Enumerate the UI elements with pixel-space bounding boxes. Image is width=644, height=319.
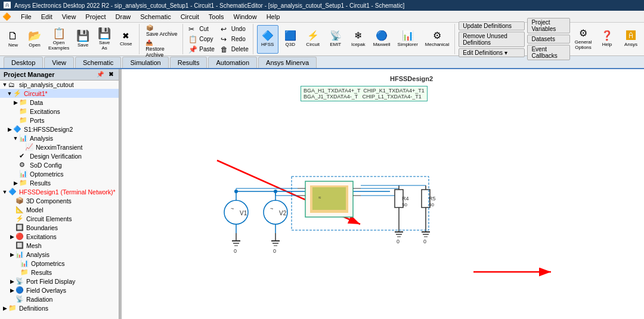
tree-circuitelements[interactable]: ⚡ Circuit Elements — [0, 214, 119, 223]
tree-nexximtransient[interactable]: 📈 NexximTransient — [0, 143, 119, 151]
update-definitions-button[interactable]: Update Definitions — [459, 21, 525, 30]
menu-draw[interactable]: Draw — [111, 12, 136, 21]
save-as-button[interactable]: 💾 SaveAs — [94, 25, 115, 54]
menu-window[interactable]: Window — [229, 12, 262, 21]
emit-button[interactable]: 📡 EMIT — [325, 25, 346, 54]
vsource-v1-wave: ~ — [231, 206, 234, 212]
tree-optometrics2[interactable]: 📊 Optometrics — [0, 259, 119, 268]
paste-button[interactable]: 📌 Paste — [187, 45, 216, 54]
tree-fieldoverlays[interactable]: ▶ 🔵 Field Overlays — [0, 286, 119, 295]
help-button[interactable]: ❓ Help — [596, 26, 618, 52]
tree-boundaries[interactable]: 🔲 Boundaries — [0, 223, 119, 232]
menu-file[interactable]: File — [16, 12, 36, 21]
tree-label-results2: Results — [31, 269, 52, 276]
tree-components3d[interactable]: 📦 3D Components — [0, 196, 119, 205]
tree-mesh[interactable]: 🔲 Mesh — [0, 241, 119, 250]
event-callbacks-button[interactable]: Event Callbacks — [527, 45, 570, 60]
q3d-button[interactable]: 🟦 Q3D — [280, 25, 301, 54]
tree-expand-circuit1: ▼ — [6, 91, 13, 97]
project-manager-panel: Project Manager 📌 ✖ ▼ 🗂 sip_analysis_cut… — [0, 69, 119, 319]
open-examples-button[interactable]: 📋 OpenExamples — [45, 25, 72, 54]
undo-button[interactable]: ↩ Undo — [219, 24, 250, 34]
tree-definitions[interactable]: ▶ 📁 Definitions — [0, 303, 119, 312]
project-variables-button[interactable]: Project Variables — [527, 18, 570, 33]
tree-results1[interactable]: ▶ 📁 Results — [0, 178, 119, 187]
tree-icon-results1: 📁 — [19, 179, 29, 187]
tree-label-mesh: Mesh — [26, 242, 42, 249]
sidebar-pin-button[interactable]: 📌 — [95, 71, 106, 78]
menu-help[interactable]: Help — [262, 12, 285, 21]
menu-tools[interactable]: Tools — [204, 12, 229, 21]
tree-hfssdesign1[interactable]: ▼ 🔷 HFSSDesign1 (Terminal Network)* — [0, 187, 119, 196]
open-button[interactable]: 📂 Open — [24, 25, 45, 54]
new-button[interactable]: 🗋 New — [2, 25, 24, 54]
circuit-button[interactable]: ⚡ Circuit — [302, 25, 324, 54]
tree-excitations2[interactable]: ▶ 🔴 Excitations — [0, 232, 119, 241]
delete-label: Delete — [231, 46, 249, 52]
schematic-canvas[interactable]: HFSSDesign2 BGA_H1_TXDATA4+_T CHIP_K1_TX… — [122, 69, 644, 319]
tab-simulation[interactable]: Simulation — [122, 57, 168, 68]
tab-ansys-minerva[interactable]: Ansys Minerva — [258, 57, 317, 68]
tree-results2[interactable]: 📁 Results — [0, 268, 119, 277]
menu-view[interactable]: View — [57, 12, 81, 21]
sidebar-close-button[interactable]: ✖ — [107, 71, 115, 78]
restore-archive-button[interactable]: 📤 Restore Archive — [143, 39, 180, 58]
simplorer-button[interactable]: 📊 Simplorer — [395, 25, 421, 54]
tree-icon-data: 📁 — [19, 98, 29, 106]
tree-designverification[interactable]: ✔ Design Verification — [0, 151, 119, 160]
tree-circuit1[interactable]: ▼ ⚡ Circuit1* — [0, 89, 119, 98]
hfss-button[interactable]: 🔷 HFSS — [257, 25, 278, 54]
tree-excitations1[interactable]: 📁 Excitations — [0, 107, 119, 116]
ansys-button[interactable]: 🅰 Ansys — [620, 26, 642, 52]
close-button[interactable]: ✖ Close — [115, 25, 137, 54]
remove-unused-defs-button[interactable]: Remove Unused Definitions — [459, 32, 525, 47]
mechanical-button[interactable]: ⚙ Mechanical — [422, 25, 452, 54]
ansys-logo-icon: 🅰 — [4, 1, 11, 10]
emit-icon: 📡 — [330, 31, 342, 41]
tab-desktop[interactable]: Desktop — [4, 57, 43, 68]
copy-button[interactable]: 📋 Copy — [187, 35, 216, 44]
delete-button[interactable]: 🗑 Delete — [219, 45, 250, 54]
main-area: Project Manager 📌 ✖ ▼ 🗂 sip_analysis_cut… — [0, 69, 644, 319]
tree-sodconfig[interactable]: ⚙ SoD Config — [0, 160, 119, 169]
datasets-button[interactable]: Datasets — [527, 35, 570, 44]
tree-analysis2[interactable]: ▶ 📊 Analysis — [0, 250, 119, 259]
save-archive-button[interactable]: 📦 Save Archive — [144, 24, 180, 38]
cut-button[interactable]: ✂ Cut — [187, 24, 216, 34]
save-button[interactable]: 💾 Save — [72, 25, 94, 54]
maxwell-button[interactable]: 🔵 Maxwell — [370, 25, 394, 54]
tab-results[interactable]: Results — [170, 57, 208, 68]
general-options-button[interactable]: ⚙ GeneralOptions — [572, 26, 594, 52]
tree-analysis1[interactable]: ▼ 📊 Analysis — [0, 134, 119, 143]
tree-portfielddisplay[interactable]: ▶ 📡 Port Field Display — [0, 277, 119, 286]
menu-schematic[interactable]: Schematic — [135, 12, 175, 21]
tree-icon-mesh: 🔲 — [16, 241, 25, 249]
tree-label-analysis1: Analysis — [30, 135, 53, 142]
menu-circuit[interactable]: Circuit — [176, 12, 204, 21]
tree-s1hfss[interactable]: ▶ 🔷 S1:HFSSDesign2 — [0, 125, 119, 134]
icepak-button[interactable]: ❄ Icepak — [348, 25, 369, 54]
save-label: Save — [78, 42, 88, 48]
tree-ports[interactable]: 📁 Ports — [0, 116, 119, 125]
tree-sip-root[interactable]: ▼ 🗂 sip_analysis_cutout — [0, 80, 119, 89]
menu-project[interactable]: Project — [80, 12, 110, 21]
edit-definitions-button[interactable]: Edit Definitions ▾ — [459, 48, 525, 57]
tree-radiation[interactable]: 📡 Radiation — [0, 295, 119, 303]
save-as-icon: 💾 — [98, 28, 111, 39]
tree-model[interactable]: 📐 Model — [0, 205, 119, 214]
r5-label: R5 — [429, 196, 436, 202]
tree-label-analysis2: Analysis — [26, 251, 49, 258]
tree-icon-hfssdesign1: 🔷 — [8, 188, 18, 196]
tree-icon-radiation: 📡 — [16, 295, 25, 303]
menu-edit[interactable]: Edit — [36, 12, 57, 21]
r5-gnd-label: 0 — [423, 239, 426, 244]
redo-button[interactable]: ↪ Redo — [219, 35, 250, 44]
tree-data[interactable]: ▶ 📁 Data — [0, 98, 119, 107]
archive-toolbar-group: 📦 Save Archive 📤 Restore Archive — [143, 24, 183, 54]
tab-automation[interactable]: Automation — [208, 57, 257, 68]
tab-view[interactable]: View — [44, 57, 74, 68]
tab-schematic[interactable]: Schematic — [75, 57, 121, 68]
tree-optometrics1[interactable]: 📊 Optometrics — [0, 169, 119, 178]
tree-icon-optometrics2: 📊 — [20, 259, 30, 267]
tree-label-circuitelements: Circuit Elements — [26, 215, 72, 222]
